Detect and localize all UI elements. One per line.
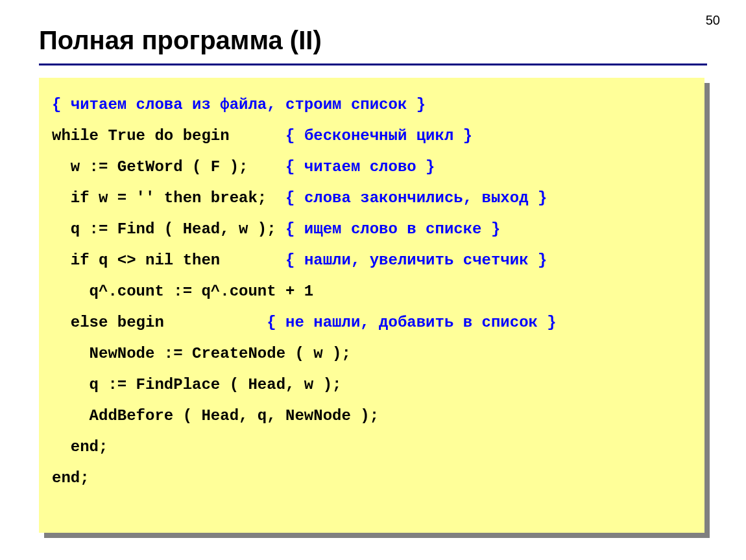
code-comment: { читаем слова из файла, строим список } [52, 96, 426, 113]
code-comment: { ищем слово в списке } [285, 220, 500, 238]
code-line: AddBefore ( Head, q, NewNode ); [52, 407, 379, 425]
code-line: while True do begin [52, 127, 230, 145]
page-number: 50 [706, 13, 720, 28]
code-block: { читаем слова из файла, строим список }… [39, 78, 704, 533]
slide-title: Полная программа (II) [39, 26, 322, 55]
code-comment: { слова закончились, выход } [285, 189, 547, 207]
code-line: q^.count := q^.count + 1 [52, 283, 313, 300]
code-comment: { бесконечный цикл } [285, 127, 472, 145]
code-line: end; [52, 469, 90, 487]
code-comment: { читаем слово } [285, 158, 435, 176]
code-line: else begin [52, 314, 164, 331]
code-comment: { не нашли, добавить в список } [267, 314, 556, 331]
code-line: if w = '' then break; [52, 189, 267, 207]
code-line: w := GetWord ( F ); [52, 158, 248, 176]
code-line: if q <> nil then [52, 251, 220, 269]
code-line: q := FindPlace ( Head, w ); [52, 376, 341, 393]
code-line: q := Find ( Head, w ); [52, 220, 276, 238]
title-underline [39, 64, 707, 65]
code-line: end; [52, 438, 108, 456]
code-line: NewNode := CreateNode ( w ); [52, 345, 351, 362]
code-comment: { нашли, увеличить счетчик } [285, 251, 547, 269]
